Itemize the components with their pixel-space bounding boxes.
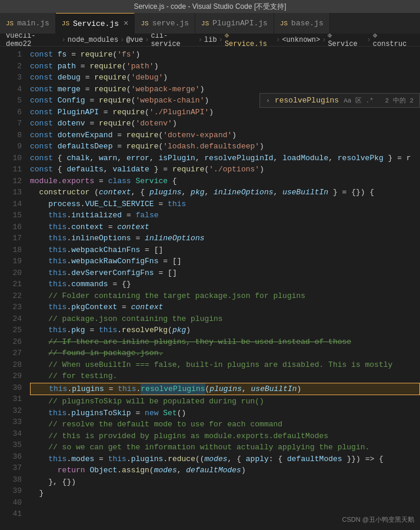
search-term: resolvePlugins bbox=[275, 96, 339, 105]
line-26: // package.json containing the plugins bbox=[30, 313, 420, 325]
line-41: } bbox=[30, 488, 420, 499]
tab-label: main.js bbox=[17, 19, 49, 28]
line-23: this.commands = {} bbox=[30, 279, 420, 290]
line-16: process.VUE_CLI_SERVICE = this bbox=[30, 198, 420, 210]
line-28: // If there are inline plugins, they wil… bbox=[30, 336, 420, 348]
line-36: // this is provided by plugins as module… bbox=[30, 430, 420, 442]
line-19: this.inlineOptions = inlineOptions bbox=[30, 233, 420, 244]
line-29: // found in package.json. bbox=[30, 347, 420, 359]
line-17: this.initialized = false bbox=[30, 210, 420, 221]
line-9: const defaultsDeep = require('lodash.def… bbox=[30, 141, 420, 153]
line-1: const fs = require('fs') bbox=[30, 49, 420, 61]
tab-serve-js[interactable]: JS serve.js bbox=[135, 13, 195, 34]
line-18: this.context = context bbox=[30, 221, 420, 233]
line-27: this.pkg = this.resolvePkg(pkg) bbox=[30, 324, 420, 336]
line-12: const { defaults, validate } = require('… bbox=[30, 164, 420, 175]
line-30: // When useBuiltIn === false, built-in p… bbox=[30, 359, 420, 371]
line-33: // pluginsToSkip will be populated durin… bbox=[30, 396, 420, 408]
line-22: this.devServerConfigFns = [] bbox=[30, 267, 420, 279]
js-icon-active: JS bbox=[62, 20, 69, 27]
line-37: // so we can get the information without… bbox=[30, 442, 420, 453]
line-6: const PluginAPI = require('./PluginAPI') bbox=[30, 107, 420, 118]
line-8: const dotenvExpand = require('dotenv-exp… bbox=[30, 130, 420, 141]
tab-label-base: base.js bbox=[291, 19, 324, 28]
line-34: this.pluginsToSkip = new Set() bbox=[30, 408, 420, 419]
line-numbers: 12345 678910 1112131415 1617181920 21222… bbox=[0, 47, 26, 530]
line-40: }, {}) bbox=[30, 476, 420, 488]
watermark: CSDN @丑小鸭变黑天鹅 bbox=[342, 515, 414, 524]
line-7: const dotenv = require('dotenv') bbox=[30, 118, 420, 130]
tab-pluginapi-js[interactable]: JS PluginAPI.js bbox=[195, 13, 274, 34]
tab-label-plugin: PluginAPI.js bbox=[212, 19, 268, 28]
js-icon-base: JS bbox=[280, 20, 288, 27]
line-14: module.exports = class Service { bbox=[30, 175, 420, 187]
tab-base-js[interactable]: JS base.js bbox=[274, 13, 330, 34]
tab-close-button[interactable]: × bbox=[124, 19, 128, 28]
search-options: Aa 区 .* 2 中的 2 bbox=[344, 96, 414, 105]
js-icon-serve: JS bbox=[141, 20, 148, 27]
code-area: 12345 678910 1112131415 1617181920 21222… bbox=[0, 47, 420, 530]
line-10: const { chalk, warn, error, isPlugin, re… bbox=[30, 153, 420, 164]
tab-label-serve: serve.js bbox=[152, 19, 189, 28]
line-25: this.pkgContext = context bbox=[30, 302, 420, 313]
line-35: // resolve the default mode to use for e… bbox=[30, 419, 420, 430]
line-2: const path = require('path') bbox=[30, 61, 420, 72]
title-text: Service.js - code - Visual Studio Code [… bbox=[134, 2, 286, 12]
code-content: const fs = require('fs') const path = re… bbox=[26, 47, 420, 530]
tab-main-js[interactable]: JS main.js bbox=[0, 13, 56, 34]
title-bar: Service.js - code - Visual Studio Code [… bbox=[0, 0, 420, 13]
line-15: constructor (context, { plugins, pkg, in… bbox=[30, 187, 420, 198]
line-24: // Folder containing the target package.… bbox=[30, 290, 420, 302]
line-39: return Object.assign(modes, defaultModes… bbox=[30, 465, 420, 476]
js-icon: JS bbox=[6, 20, 14, 27]
line-3: const debug = require('debug') bbox=[30, 72, 420, 84]
search-overlay: › resolvePlugins Aa 区 .* 2 中的 2 bbox=[259, 93, 420, 108]
line-31: // for testing. bbox=[30, 370, 420, 382]
js-icon-plugin: JS bbox=[201, 20, 209, 27]
tab-label-active: Service.js bbox=[73, 19, 119, 28]
line-38: this.modes = this.plugins.reduce((modes,… bbox=[30, 453, 420, 465]
line-32: this.plugins = this.resolvePlugins(plugi… bbox=[30, 383, 420, 396]
line-21: this.webpackRawConfigFns = [] bbox=[30, 256, 420, 267]
tab-service-js[interactable]: JS Service.js × bbox=[56, 13, 135, 34]
breadcrumb: vuecli-demo22 › node_modules › @vue › cl… bbox=[0, 34, 420, 47]
line-20: this.webpackChainFns = [] bbox=[30, 244, 420, 256]
tab-bar: JS main.js JS Service.js × JS serve.js J… bbox=[0, 13, 420, 34]
